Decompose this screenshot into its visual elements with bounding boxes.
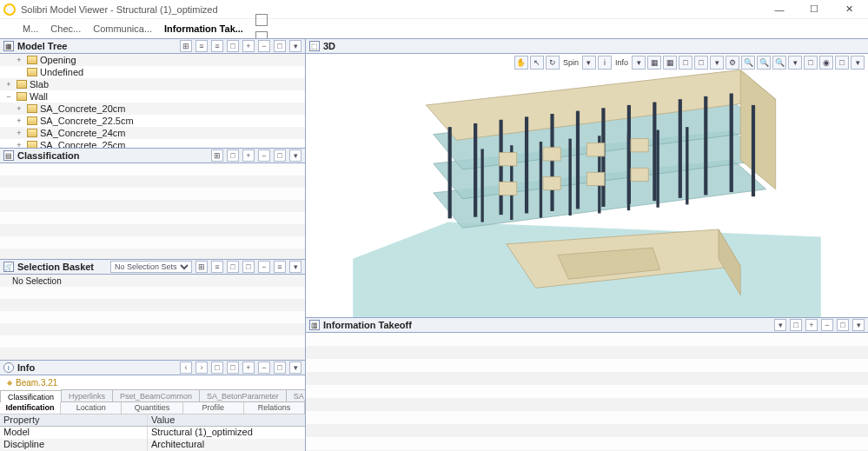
selection-set-dropdown[interactable]: No Selection Sets (110, 261, 192, 273)
model-tree[interactable]: +OpeningUndefined+Slab−Wall+SA_Concrete_… (0, 54, 305, 148)
sb-btn-list[interactable]: ≡ (274, 261, 286, 273)
menu-communication[interactable]: Communica... (93, 23, 152, 34)
vt-b1[interactable]: ▦ (647, 56, 661, 70)
tree-row[interactable]: +Opening (0, 54, 305, 66)
vt-b2[interactable]: ▦ (663, 56, 677, 70)
vt-b5[interactable]: ⚙ (726, 56, 739, 70)
classification-icon: ▤ (3, 150, 14, 161)
vt-b4d[interactable]: ▾ (710, 56, 724, 70)
vt-b7[interactable]: ◉ (819, 56, 833, 70)
info-selected[interactable]: Beam.3.21 (0, 375, 305, 389)
clf-btn-box[interactable]: □ (274, 149, 286, 162)
sb-btn-2[interactable]: ≡ (211, 261, 223, 273)
to-b1[interactable]: □ (790, 319, 802, 331)
to-dd2[interactable]: ▾ (852, 319, 865, 331)
sb-btn-3[interactable]: □ (227, 261, 239, 273)
tree-row[interactable]: +SA_Concrete_24cm (0, 127, 305, 139)
vt-s1[interactable]: 🔍 (741, 56, 755, 70)
tree-btn-2[interactable]: ≡ (195, 40, 208, 52)
menu-information-takeoff[interactable]: Information Tak... (164, 23, 243, 34)
info-subtab[interactable]: Profile (183, 402, 244, 415)
svg-rect-20 (730, 93, 733, 192)
info-subtab[interactable]: Identification (0, 402, 61, 415)
tree-row[interactable]: +SA_Concrete_22.5cm (0, 115, 305, 127)
sb-btn-sub[interactable]: − (258, 261, 270, 273)
tree-btn-3[interactable]: ≡ (211, 40, 223, 52)
tree-btn-box[interactable]: □ (274, 40, 286, 52)
clf-btn-2[interactable]: □ (227, 149, 239, 162)
clf-btn-dd[interactable]: ▾ (289, 149, 301, 162)
sb-btn-4[interactable]: □ (242, 261, 255, 273)
tree-row[interactable]: +Slab (0, 78, 305, 90)
to-b2[interactable]: □ (837, 319, 849, 331)
info-subtab[interactable]: Quantities (122, 402, 182, 415)
selection-basket-body[interactable]: No Selection (0, 275, 305, 360)
tree-row[interactable]: Undefined (0, 66, 305, 78)
info-tab[interactable]: Classification (0, 390, 62, 402)
svg-rect-10 (474, 123, 477, 217)
vt-hand-icon[interactable]: ✋ (514, 56, 528, 70)
vt-dd[interactable]: ▾ (851, 56, 865, 70)
info-btn-add[interactable]: + (242, 361, 255, 374)
classification-body[interactable] (0, 163, 305, 259)
vt-info-dd[interactable]: ▾ (632, 56, 646, 70)
tree-btn-4[interactable]: □ (227, 40, 239, 52)
tree-row[interactable]: +SA_Concrete_20cm (0, 103, 305, 115)
vt-s3d[interactable]: ▾ (788, 56, 802, 70)
vt-spin-icon[interactable]: ↻ (546, 56, 560, 70)
tree-btn-dd[interactable]: ▾ (289, 40, 301, 52)
info-subtab[interactable]: Relations (244, 402, 305, 415)
sb-btn-1[interactable]: ⊞ (195, 261, 208, 273)
svg-rect-14 (576, 111, 580, 209)
info-subtab[interactable]: Location (61, 402, 122, 415)
svg-rect-13 (550, 114, 553, 211)
menu-checking[interactable]: Chec... (50, 23, 81, 34)
3d-viewport[interactable]: ✋ ↖ ↻ Spin ▾ i Info ▾ ▦ ▦ □ □ ▾ ⚙ 🔍 🔍 🔍 … (306, 54, 868, 317)
to-dd[interactable]: ▾ (774, 319, 786, 331)
info-tab[interactable]: SA_BetonParameter (199, 389, 287, 401)
clf-btn-sub[interactable]: − (258, 149, 270, 162)
info-tab[interactable]: Pset_BeamCommon (112, 389, 200, 401)
vt-s2[interactable]: 🔍 (757, 56, 771, 70)
vt-b4[interactable]: □ (694, 56, 708, 70)
vt-spin-dd[interactable]: ▾ (582, 56, 596, 70)
vt-info-label[interactable]: Info (613, 56, 630, 70)
menu-icon-1[interactable] (255, 14, 268, 26)
property-row[interactable]: ModelStructural (1)_optimized (0, 427, 305, 439)
tree-btn-add[interactable]: + (242, 40, 255, 52)
info-btn-1[interactable]: □ (211, 361, 223, 374)
to-sub[interactable]: − (821, 319, 833, 331)
info-nav-fwd[interactable]: › (195, 361, 208, 374)
vt-b8[interactable]: □ (835, 56, 849, 70)
to-add[interactable]: + (805, 319, 818, 331)
property-row[interactable]: DisciplineArchitectural (0, 439, 305, 451)
vt-info-icon[interactable]: i (598, 56, 612, 70)
clf-btn-1[interactable]: ⊞ (211, 149, 223, 162)
info-btn-sub[interactable]: − (258, 361, 270, 374)
info-tab[interactable]: Hyperlinks (61, 389, 113, 401)
clf-btn-add[interactable]: + (242, 149, 255, 162)
menu-model[interactable]: M... (23, 23, 38, 34)
vt-b3[interactable]: □ (679, 56, 692, 70)
svg-rect-27 (627, 133, 630, 210)
tree-row[interactable]: +SA_Concrete_25cm (0, 139, 305, 148)
info-nav-back[interactable]: ‹ (180, 361, 192, 374)
info-btn-dd[interactable]: ▾ (289, 361, 301, 374)
info-btn-2[interactable]: □ (227, 361, 239, 374)
vt-cursor-icon[interactable]: ↖ (530, 56, 544, 70)
takeoff-body[interactable] (306, 333, 868, 451)
vt-b6[interactable]: □ (804, 56, 818, 70)
svg-rect-24 (540, 142, 542, 218)
takeoff-title: Information Takeoff (323, 320, 771, 330)
tree-btn-1[interactable]: ⊞ (180, 40, 192, 52)
vt-spin-label[interactable]: Spin (561, 56, 580, 70)
3d-icon: ⬚ (309, 41, 320, 51)
info-title: Info (17, 362, 176, 373)
vt-s3[interactable]: 🔍 (772, 56, 786, 70)
info-btn-box[interactable]: □ (274, 361, 286, 374)
property-table[interactable]: PropertyValueModelStructural (1)_optimiz… (0, 415, 305, 451)
tree-btn-sub[interactable]: − (258, 40, 270, 52)
info-tab[interactable]: SA_StahlParameter (286, 389, 305, 401)
tree-row[interactable]: −Wall (0, 90, 305, 103)
sb-btn-dd[interactable]: ▾ (289, 261, 301, 273)
